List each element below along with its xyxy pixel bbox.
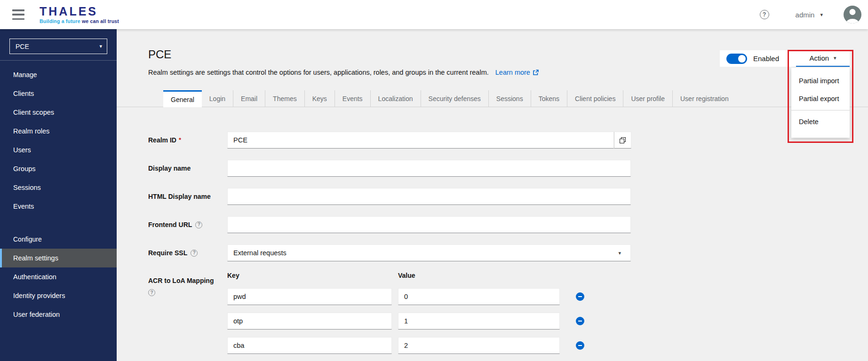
question-circle-icon[interactable]: ? <box>191 250 198 257</box>
tagline-rest: we can all trust <box>80 18 119 24</box>
enabled-label: Enabled <box>753 55 779 63</box>
thales-logo: THALES Building a future we can all trus… <box>40 6 119 24</box>
realm-selector[interactable]: PCE ▾ <box>9 39 107 54</box>
tab-keys[interactable]: Keys <box>305 90 335 107</box>
frontend-url-row: Frontend URL ? <box>117 216 868 233</box>
tab-themes[interactable]: Themes <box>265 90 305 107</box>
tab-email[interactable]: Email <box>233 90 265 107</box>
acr-value-input[interactable] <box>398 288 560 305</box>
copy-icon <box>620 137 626 143</box>
sidebar-item-groups[interactable]: Groups <box>0 159 117 178</box>
chevron-down-icon: ▾ <box>820 12 823 17</box>
chevron-down-icon: ▾ <box>834 55 836 61</box>
acr-key-input[interactable] <box>227 313 392 330</box>
tab-sessions[interactable]: Sessions <box>489 90 531 107</box>
sidebar-spacer <box>0 216 117 230</box>
sidebar-section-configure: Configure <box>0 230 117 249</box>
sidebar-item-client-scopes[interactable]: Client scopes <box>0 103 117 122</box>
frontend-url-label: Frontend URL ? <box>148 216 226 233</box>
main-content: PCE Realm settings are settings that con… <box>117 29 868 361</box>
sidebar-item-realm-settings[interactable]: Realm settings <box>0 249 117 267</box>
required-asterisk: * <box>179 132 181 149</box>
sidebar-item-user-federation[interactable]: User federation <box>0 305 117 324</box>
action-label: Action <box>809 54 829 62</box>
tab-login[interactable]: Login <box>202 90 233 107</box>
app-window: THALES Building a future we can all trus… <box>0 0 868 361</box>
require-ssl-row: Require SSL ? External requests ▾ <box>117 244 868 261</box>
sidebar-item-clients[interactable]: Clients <box>0 84 117 103</box>
tab-user-registration[interactable]: User registration <box>673 90 736 107</box>
user-menu-button[interactable]: admin ▾ <box>796 11 823 19</box>
realm-id-label: Realm ID * <box>148 132 226 149</box>
tagline-highlight: Building a future <box>40 18 80 24</box>
topbar-right: ? admin ▾ <box>760 6 861 24</box>
page-description: Realm settings are settings that control… <box>148 69 539 76</box>
tab-general[interactable]: General <box>163 90 202 107</box>
chevron-down-icon: ▾ <box>99 44 102 49</box>
enabled-toggle[interactable] <box>726 54 747 64</box>
sidebar-item-identity-providers[interactable]: Identity providers <box>0 286 117 305</box>
acr-key-input[interactable] <box>227 288 392 305</box>
sidebar-item-authentication[interactable]: Authentication <box>0 267 117 286</box>
html-display-name-input[interactable] <box>227 188 631 205</box>
tab-bar: General Login Email Themes Keys Events L… <box>163 90 736 107</box>
sidebar-divider <box>0 60 117 61</box>
page-title: PCE <box>148 48 171 61</box>
realm-id-row: Realm ID * <box>117 132 868 149</box>
tab-client-policies[interactable]: Client policies <box>567 90 623 107</box>
minus-circle-icon[interactable] <box>576 292 584 301</box>
avatar[interactable] <box>844 6 861 24</box>
display-name-label: Display name <box>148 160 226 177</box>
sidebar-item-users[interactable]: Users <box>0 141 117 159</box>
page-description-text: Realm settings are settings that control… <box>148 69 489 76</box>
topbar: THALES Building a future we can all trus… <box>0 0 868 29</box>
realm-id-input[interactable] <box>227 132 614 149</box>
frontend-url-label-text: Frontend URL <box>148 216 192 233</box>
username: admin <box>796 11 815 19</box>
tab-tokens[interactable]: Tokens <box>531 90 567 107</box>
menu-item-delete[interactable]: Delete <box>791 113 850 131</box>
hamburger-menu-icon[interactable] <box>12 9 26 20</box>
sidebar-section-manage: Manage <box>0 65 117 84</box>
sidebar-item-events[interactable]: Events <box>0 197 117 216</box>
display-name-input[interactable] <box>227 160 631 177</box>
frontend-url-input[interactable] <box>227 216 631 233</box>
learn-more-link[interactable]: Learn more <box>495 69 539 76</box>
minus-circle-icon[interactable] <box>576 317 584 325</box>
menu-divider <box>791 110 850 110</box>
sidebar-item-sessions[interactable]: Sessions <box>0 178 117 197</box>
sidebar-item-realm-roles[interactable]: Realm roles <box>0 122 117 141</box>
acr-key-input[interactable] <box>227 337 392 354</box>
acr-row <box>117 313 868 330</box>
tab-events[interactable]: Events <box>335 90 371 107</box>
sidebar: PCE ▾ Manage Clients Client scopes Realm… <box>0 29 117 361</box>
acr-value-input[interactable] <box>398 313 560 330</box>
action-dropdown-button[interactable]: Action ▾ <box>796 50 850 67</box>
copy-button[interactable] <box>614 132 631 149</box>
html-display-name-label: HTML Display name <box>148 188 226 205</box>
question-circle-icon[interactable]: ? <box>195 221 202 228</box>
acr-mapping-label-text: ACR to LoA Mapping <box>148 276 226 285</box>
minus-circle-icon[interactable] <box>576 341 584 350</box>
toggle-knob <box>738 55 746 63</box>
require-ssl-select[interactable]: External requests ▾ <box>227 244 631 261</box>
require-ssl-value: External requests <box>233 249 287 257</box>
tab-user-profile[interactable]: User profile <box>623 90 673 107</box>
require-ssl-label-text: Require SSL <box>148 244 187 261</box>
realm-selector-value: PCE <box>16 43 29 50</box>
help-icon[interactable]: ? <box>760 10 769 19</box>
menu-item-partial-import[interactable]: Partial import <box>791 72 850 90</box>
acr-row <box>117 288 868 305</box>
realm-id-label-text: Realm ID <box>148 132 176 149</box>
acr-value-input[interactable] <box>398 337 560 354</box>
realm-actions-strip: Enabled Action ▾ <box>720 50 850 67</box>
learn-more-label: Learn more <box>495 69 530 76</box>
tab-localization[interactable]: Localization <box>371 90 421 107</box>
acr-row <box>117 337 868 354</box>
display-name-row: Display name <box>117 160 868 177</box>
html-display-name-row: HTML Display name <box>117 188 868 205</box>
require-ssl-label: Require SSL ? <box>148 244 226 261</box>
menu-item-partial-export[interactable]: Partial export <box>791 90 850 108</box>
tab-security-defenses[interactable]: Security defenses <box>421 90 489 107</box>
acr-value-header: Value <box>398 272 415 279</box>
